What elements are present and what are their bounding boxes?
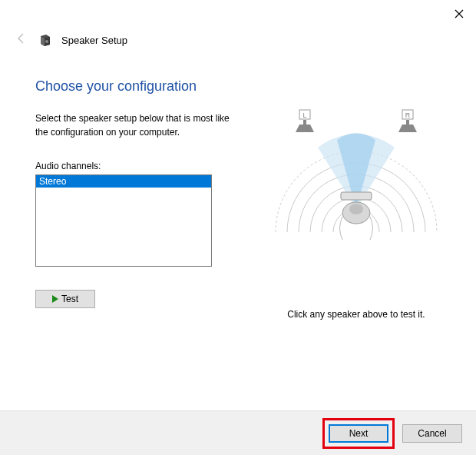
diagram-hint: Click any speaker above to test it. (287, 309, 425, 320)
footer: Next Cancel (0, 410, 476, 455)
svg-rect-1 (341, 192, 372, 200)
right-column: L R Click any speaker above to test it. (272, 78, 441, 320)
cancel-button-label: Cancel (418, 428, 446, 439)
test-button[interactable]: Test (35, 290, 95, 308)
svg-rect-9 (406, 120, 409, 125)
channels-label: Audio channels: (35, 161, 249, 171)
page-heading: Choose your configuration (35, 78, 249, 95)
wizard-title: Speaker Setup (61, 35, 127, 46)
page-subtext: Select the speaker setup below that is m… (35, 111, 235, 139)
next-button[interactable]: Next (329, 424, 388, 443)
svg-rect-6 (303, 120, 306, 125)
play-icon (52, 295, 58, 303)
list-item[interactable]: Stereo (36, 175, 211, 188)
svg-text:R: R (405, 111, 411, 119)
content-area: Choose your configuration Select the spe… (0, 52, 476, 320)
audio-channels-listbox[interactable]: Stereo (35, 174, 212, 267)
cancel-button[interactable]: Cancel (402, 424, 462, 443)
highlight-box: Next (322, 418, 395, 449)
svg-text:L: L (302, 111, 306, 119)
svg-point-3 (349, 204, 363, 214)
header-row: Speaker Setup (0, 28, 476, 52)
left-column: Choose your configuration Select the spe… (35, 78, 249, 320)
svg-point-0 (45, 40, 48, 43)
back-arrow-icon (14, 32, 29, 48)
titlebar (0, 0, 476, 28)
left-speaker-icon: L (296, 110, 314, 132)
right-speaker-icon: R (398, 110, 417, 132)
next-button-label: Next (349, 428, 369, 439)
close-button[interactable] (450, 5, 468, 23)
test-button-label: Test (61, 294, 78, 304)
speaker-icon (38, 33, 52, 47)
speaker-diagram: L R (272, 109, 441, 263)
